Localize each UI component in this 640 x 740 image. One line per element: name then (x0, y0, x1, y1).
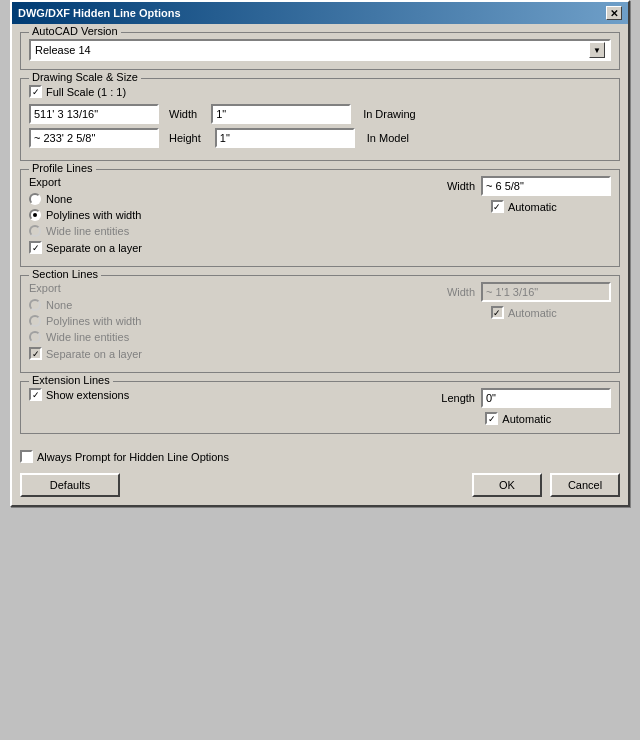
in-drawing-height-input[interactable]: 1" (215, 128, 355, 148)
section-polylines-radio[interactable] (29, 315, 41, 327)
dialog-window: DWG/DXF Hidden Line Options ✕ AutoCAD Ve… (10, 0, 630, 507)
section-none-radio-label[interactable]: None (29, 299, 72, 311)
in-model-label: In Model (367, 132, 409, 144)
ok-button[interactable]: OK (472, 473, 542, 497)
height-input[interactable]: ~ 233' 2 5/8" (29, 128, 159, 148)
show-extensions-text: Show extensions (46, 389, 129, 401)
length-input[interactable]: 0" (481, 388, 611, 408)
section-separate-checkbox-label[interactable]: ✓ Separate on a layer (29, 347, 142, 360)
height-label: Height (169, 132, 201, 144)
show-extensions-checkbox[interactable]: ✓ (29, 388, 42, 401)
profile-none-text: None (46, 193, 72, 205)
drawing-scale-group: Drawing Scale & Size ✓ Full Scale (1 : 1… (20, 78, 620, 161)
section-lines-label: Section Lines (29, 268, 101, 280)
profile-polylines-text: Polylines with width (46, 209, 141, 221)
in-drawing-label: In Drawing (363, 108, 416, 120)
full-scale-text: Full Scale (1 : 1) (46, 86, 126, 98)
section-none-radio[interactable] (29, 299, 41, 311)
profile-automatic-checkbox-label[interactable]: ✓ Automatic (491, 200, 557, 213)
section-width-label: Width (447, 286, 475, 298)
profile-polylines-radio[interactable] (29, 209, 41, 221)
section-wideline-radio[interactable] (29, 331, 41, 343)
profile-separate-checkbox[interactable]: ✓ (29, 241, 42, 254)
section-width-input[interactable]: ~ 1'1 3/16" (481, 282, 611, 302)
section-automatic-text: Automatic (508, 307, 557, 319)
profile-polylines-radio-label[interactable]: Polylines with width (29, 209, 141, 221)
profile-none-radio[interactable] (29, 193, 41, 205)
always-prompt-checkbox-label[interactable]: Always Prompt for Hidden Line Options (20, 450, 229, 463)
profile-width-input[interactable]: ~ 6 5/8" (481, 176, 611, 196)
extension-automatic-checkbox-label[interactable]: ✓ Automatic (485, 412, 551, 425)
cancel-button[interactable]: Cancel (550, 473, 620, 497)
profile-separate-text: Separate on a layer (46, 242, 142, 254)
section-lines-group: Section Lines Export None (20, 275, 620, 373)
in-drawing-width-input[interactable]: 1" (211, 104, 351, 124)
profile-automatic-text: Automatic (508, 201, 557, 213)
defaults-button[interactable]: Defaults (20, 473, 120, 497)
section-automatic-checkbox[interactable]: ✓ (491, 306, 504, 319)
section-automatic-checkbox-label[interactable]: ✓ Automatic (491, 306, 557, 319)
show-extensions-checkbox-label[interactable]: ✓ Show extensions (29, 388, 129, 401)
section-separate-checkbox[interactable]: ✓ (29, 347, 42, 360)
extension-automatic-text: Automatic (502, 413, 551, 425)
width-label: Width (169, 108, 197, 120)
profile-wideline-text: Wide line entities (46, 225, 129, 237)
full-scale-checkbox[interactable]: ✓ (29, 85, 42, 98)
dropdown-arrow-icon: ▼ (589, 42, 605, 58)
profile-wideline-radio[interactable] (29, 225, 41, 237)
autocad-version-group: AutoCAD Version Release 14 ▼ (20, 32, 620, 70)
title-bar-text: DWG/DXF Hidden Line Options (18, 7, 181, 19)
section-polylines-text: Polylines with width (46, 315, 141, 327)
profile-lines-label: Profile Lines (29, 162, 96, 174)
autocad-version-label: AutoCAD Version (29, 25, 121, 37)
section-polylines-radio-label[interactable]: Polylines with width (29, 315, 141, 327)
drawing-scale-label: Drawing Scale & Size (29, 71, 141, 83)
title-bar: DWG/DXF Hidden Line Options ✕ (12, 2, 628, 24)
profile-export-label: Export (29, 176, 61, 188)
autocad-version-value: Release 14 (35, 44, 91, 56)
always-prompt-checkbox[interactable] (20, 450, 33, 463)
autocad-version-dropdown[interactable]: Release 14 ▼ (29, 39, 611, 61)
always-prompt-row: Always Prompt for Hidden Line Options (12, 450, 628, 467)
profile-width-label: Width (447, 180, 475, 192)
section-wideline-radio-label[interactable]: Wide line entities (29, 331, 129, 343)
bottom-row: Defaults OK Cancel (12, 467, 628, 505)
section-separate-text: Separate on a layer (46, 348, 142, 360)
section-none-text: None (46, 299, 72, 311)
section-export-label: Export (29, 282, 61, 294)
profile-automatic-checkbox[interactable]: ✓ (491, 200, 504, 213)
profile-lines-group: Profile Lines Export None (20, 169, 620, 267)
profile-separate-checkbox-label[interactable]: ✓ Separate on a layer (29, 241, 142, 254)
length-label: Length (441, 392, 475, 404)
width-input[interactable]: 511' 3 13/16" (29, 104, 159, 124)
extension-automatic-checkbox[interactable]: ✓ (485, 412, 498, 425)
extension-lines-group: Extension Lines ✓ Show extensions Length… (20, 381, 620, 434)
profile-none-radio-label[interactable]: None (29, 193, 72, 205)
full-scale-checkbox-label[interactable]: ✓ Full Scale (1 : 1) (29, 85, 126, 98)
close-button[interactable]: ✕ (606, 6, 622, 20)
always-prompt-text: Always Prompt for Hidden Line Options (37, 451, 229, 463)
profile-wideline-radio-label[interactable]: Wide line entities (29, 225, 129, 237)
section-wideline-text: Wide line entities (46, 331, 129, 343)
extension-lines-label: Extension Lines (29, 374, 113, 386)
